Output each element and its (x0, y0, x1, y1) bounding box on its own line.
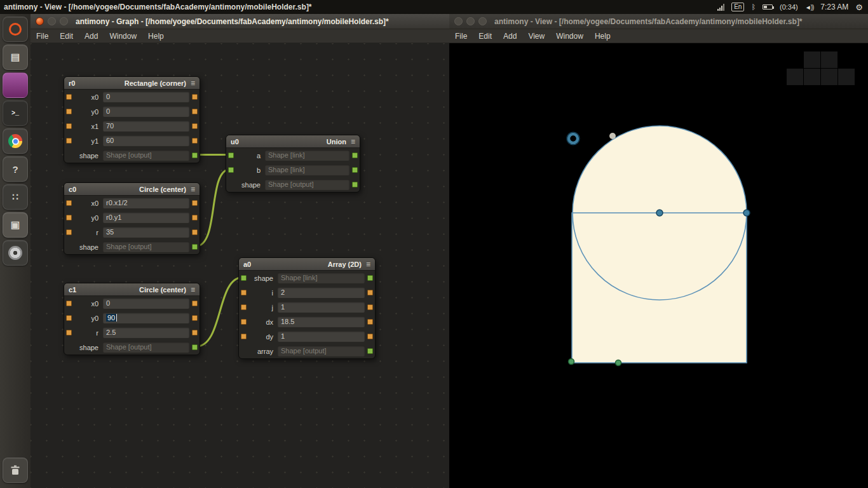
output-port[interactable] (192, 200, 198, 206)
row-link-value[interactable]: Shape [link] (278, 273, 365, 283)
session-gear-icon[interactable]: ⚙ (855, 3, 863, 12)
row-value-input[interactable]: 2.5 (103, 327, 189, 338)
ring-handle[interactable] (569, 134, 578, 143)
row-value-input[interactable]: 0 (103, 298, 189, 309)
row-value-input[interactable]: r0.y1 (103, 212, 189, 223)
row-value-input[interactable]: r0.x1/2 (103, 198, 189, 208)
row-value-input[interactable]: 35 (103, 227, 189, 238)
graph-canvas[interactable]: r0 Rectangle (corner) ≡ x0 0 y0 0 (31, 43, 449, 488)
row-value-input[interactable]: 60 (103, 135, 189, 146)
view-window-titlebar[interactable]: antimony - View - [/home/yogee/Documents… (449, 14, 868, 29)
output-port[interactable] (367, 290, 373, 295)
node-a0-titlebar[interactable]: a0 Array (2D) ≡ (239, 258, 375, 271)
launcher-item-help[interactable]: ? (3, 156, 28, 182)
shape-output-port[interactable] (192, 344, 198, 350)
graph-menu-window[interactable]: Window (104, 29, 142, 43)
node-c1-titlebar[interactable]: c1 Circle (center) ≡ (64, 283, 200, 296)
output-port[interactable] (192, 123, 198, 129)
output-port[interactable] (192, 109, 198, 114)
output-port[interactable] (192, 229, 198, 235)
row-value-input[interactable]: 90 (103, 313, 189, 323)
output-port[interactable] (352, 152, 358, 158)
input-port[interactable] (66, 138, 72, 144)
input-port[interactable] (66, 315, 72, 321)
ghost-handle[interactable] (609, 133, 616, 139)
node-menu-icon[interactable]: ≡ (366, 260, 370, 269)
close-button[interactable] (36, 17, 44, 25)
input-port[interactable] (241, 319, 247, 325)
clock-label[interactable]: 7:23 AM (820, 3, 848, 11)
launcher-item-trash[interactable] (3, 458, 28, 483)
shape-output-port[interactable] (192, 244, 198, 250)
maximize-button[interactable] (478, 17, 487, 25)
input-port[interactable] (66, 330, 72, 336)
launcher-item-disc-burner[interactable] (3, 240, 28, 266)
node-menu-icon[interactable]: ≡ (191, 285, 195, 294)
input-port[interactable] (241, 290, 247, 295)
node-menu-icon[interactable]: ≡ (191, 185, 195, 194)
node-menu-icon[interactable]: ≡ (191, 79, 195, 88)
launcher-item-ubuntu-dash[interactable] (3, 17, 28, 42)
node-a0[interactable]: a0 Array (2D) ≡ shape Shape [link] i 2 (238, 257, 376, 359)
view-menu-view[interactable]: View (522, 29, 550, 43)
wire-c1-shape-to-a0-shape[interactable] (196, 278, 243, 347)
row-value-input[interactable]: 1 (278, 331, 365, 342)
shape-output-port[interactable] (367, 348, 373, 354)
output-port[interactable] (192, 94, 198, 100)
launcher-item-chrome[interactable] (3, 128, 28, 154)
output-port[interactable] (192, 301, 198, 306)
shape-input-port[interactable] (228, 167, 234, 173)
node-r0-titlebar[interactable]: r0 Rectangle (corner) ≡ (64, 77, 200, 90)
input-port[interactable] (66, 94, 72, 100)
graph-window-titlebar[interactable]: antimony - Graph - [/home/yogee/Document… (31, 14, 449, 29)
output-port[interactable] (352, 167, 358, 173)
maximize-button[interactable] (60, 17, 68, 25)
graph-menu-edit[interactable]: Edit (54, 29, 79, 43)
output-port[interactable] (192, 315, 198, 321)
row-value-input[interactable]: 0 (103, 106, 189, 117)
radius-handle[interactable] (743, 210, 750, 216)
node-c0[interactable]: c0 Circle (center) ≡ x0 r0.x1/2 y0 r0.y1 (64, 182, 200, 255)
shape-output-port[interactable] (192, 152, 198, 158)
input-port[interactable] (66, 200, 72, 206)
graph-menu-help[interactable]: Help (142, 29, 170, 43)
node-menu-icon[interactable]: ≡ (351, 137, 355, 146)
view-menu-window[interactable]: Window (550, 29, 589, 43)
center-handle[interactable] (656, 210, 663, 216)
node-u0[interactable]: u0 Union ≡ a Shape [link] b Shape [link] (226, 135, 360, 193)
launcher-item-text-editor[interactable]: ▣ (3, 212, 28, 238)
array-handle[interactable] (616, 360, 621, 366)
row-value-input[interactable]: 18.5 (278, 316, 365, 327)
output-port[interactable] (192, 215, 198, 220)
output-port[interactable] (192, 138, 198, 144)
model-shape[interactable] (572, 126, 747, 363)
view-menu-help[interactable]: Help (589, 29, 616, 43)
input-port[interactable] (241, 334, 247, 339)
bluetooth-icon[interactable]: ᛒ (751, 3, 756, 11)
output-port[interactable] (367, 275, 373, 281)
battery-icon[interactable] (763, 4, 773, 10)
launcher-item-terminal[interactable]: >_ (3, 100, 28, 126)
input-port[interactable] (66, 229, 72, 235)
input-port[interactable] (66, 123, 72, 129)
launcher-item-software-center[interactable] (3, 72, 28, 98)
input-port[interactable] (66, 109, 72, 114)
row-link-value[interactable]: Shape [link] (265, 150, 349, 161)
launcher-item-calculator[interactable]: ∷ (3, 184, 28, 210)
row-link-value[interactable]: Shape [link] (265, 165, 349, 175)
3d-viewport[interactable] (449, 43, 868, 488)
minimize-button[interactable] (466, 17, 475, 25)
minimize-button[interactable] (48, 17, 56, 25)
viewport-canvas[interactable] (449, 43, 868, 488)
row-value-input[interactable]: 1 (278, 302, 365, 313)
node-c0-titlebar[interactable]: c0 Circle (center) ≡ (64, 183, 200, 196)
shape-input-port[interactable] (241, 275, 247, 281)
launcher-item-files[interactable]: ▤ (3, 44, 28, 70)
node-c1[interactable]: c1 Circle (center) ≡ x0 0 y0 90 (64, 283, 200, 355)
graph-menu-file[interactable]: File (31, 29, 54, 43)
shape-input-port[interactable] (228, 152, 234, 158)
view-menu-file[interactable]: File (449, 29, 473, 43)
row-value-input[interactable]: 2 (278, 287, 365, 298)
corner-handle[interactable] (569, 359, 574, 365)
row-value-input[interactable]: 70 (103, 121, 189, 132)
